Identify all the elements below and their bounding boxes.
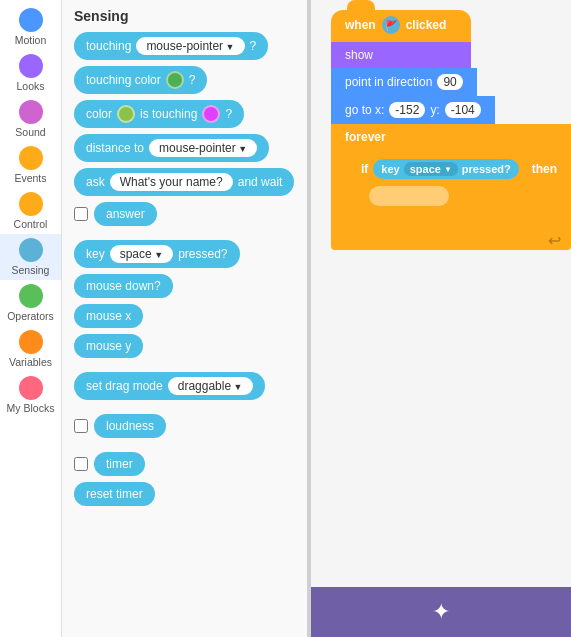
block-touching-color[interactable]: touching color ?	[74, 66, 207, 94]
then-label: then	[532, 162, 557, 176]
condition-key-pressed[interactable]: key space ▼ pressed?	[373, 159, 518, 179]
block-mousey[interactable]: mouse y	[74, 334, 143, 358]
hat-block-container: when 🚩 clicked	[331, 10, 471, 42]
operators-icon	[19, 284, 43, 308]
block-goto-xy[interactable]: go to x: -152 y: -104	[331, 96, 495, 124]
checkbox-loudness-row: loudness	[74, 414, 299, 438]
block-row-distance: distance to mouse-pointer	[74, 134, 299, 162]
block-color-touching[interactable]: color is touching ?	[74, 100, 244, 128]
script-area[interactable]: when 🚩 clicked show point in direction 9…	[311, 0, 571, 637]
block-touching[interactable]: touching mouse-pointer ?	[74, 32, 268, 60]
if-body	[351, 184, 567, 212]
variables-icon	[19, 330, 43, 354]
extension-icon: ✦	[432, 599, 450, 625]
distance-dropdown[interactable]: mouse-pointer	[149, 139, 257, 157]
key-space-dropdown[interactable]: space ▼	[404, 162, 458, 176]
block-mousex[interactable]: mouse x	[74, 304, 143, 328]
control-icon	[19, 192, 43, 216]
if-bottom	[351, 212, 567, 226]
key-dropdown[interactable]: space	[110, 245, 173, 263]
color-dot-green[interactable]	[166, 71, 184, 89]
block-mousedown[interactable]: mouse down?	[74, 274, 173, 298]
if-inner-placeholder	[369, 186, 449, 206]
block-keypressed[interactable]: key space pressed?	[74, 240, 240, 268]
block-row-resettimer: reset timer	[74, 482, 299, 506]
sensing-icon	[19, 238, 43, 262]
block-show[interactable]: show	[331, 42, 471, 68]
block-ask[interactable]: ask What's your name? and wait	[74, 168, 294, 196]
forever-top[interactable]: forever	[331, 124, 571, 150]
looks-icon	[19, 54, 43, 78]
block-answer[interactable]: answer	[94, 202, 157, 226]
sidebar-item-looks[interactable]: Looks	[0, 50, 61, 96]
block-row-color-touching: color is touching ?	[74, 100, 299, 128]
block-point-direction[interactable]: point in direction 90	[331, 68, 477, 96]
block-row-ask: ask What's your name? and wait	[74, 168, 299, 196]
checkbox-answer[interactable]	[74, 207, 88, 221]
checkbox-timer-row: timer	[74, 452, 299, 476]
if-top[interactable]: if key space ▼ pressed?	[351, 154, 567, 184]
block-row-touching: touching mouse-pointer ?	[74, 32, 299, 60]
block-distance[interactable]: distance to mouse-pointer	[74, 134, 269, 162]
block-loudness[interactable]: loudness	[94, 414, 166, 438]
hat-notch	[347, 0, 375, 14]
sidebar-item-sensing[interactable]: Sensing	[0, 234, 61, 280]
sidebar-item-sound[interactable]: Sound	[0, 96, 61, 142]
block-row-touching-color: touching color ?	[74, 66, 299, 94]
main-area: Sensing touching mouse-pointer ? touchin…	[62, 0, 571, 637]
motion-icon	[19, 8, 43, 32]
panel-title: Sensing	[74, 8, 299, 24]
block-timer[interactable]: timer	[94, 452, 145, 476]
block-row-mousedown: mouse down?	[74, 274, 299, 298]
if-block: if key space ▼ pressed?	[351, 154, 567, 226]
color-dot-lime[interactable]	[117, 105, 135, 123]
block-row-mousex: mouse x	[74, 304, 299, 328]
sidebar-item-motion[interactable]: Motion	[0, 4, 61, 50]
checkbox-loudness[interactable]	[74, 419, 88, 433]
events-icon	[19, 146, 43, 170]
ask-input[interactable]: What's your name?	[110, 173, 233, 191]
block-row-keypressed: key space pressed?	[74, 240, 299, 268]
myblocks-icon	[19, 376, 43, 400]
forever-bottom: ↩	[331, 230, 571, 250]
forever-block: forever if key	[331, 124, 571, 250]
script-block-stack: when 🚩 clicked show point in direction 9…	[331, 10, 571, 250]
drag-dropdown[interactable]: draggable	[168, 377, 253, 395]
y-value[interactable]: -104	[445, 102, 481, 118]
sidebar-item-control[interactable]: Control	[0, 188, 61, 234]
block-resettimer[interactable]: reset timer	[74, 482, 155, 506]
sidebar: Motion Looks Sound Events Control Sensin…	[0, 0, 62, 637]
flag-circle: 🚩	[382, 16, 400, 34]
forever-body: if key space ▼ pressed?	[331, 150, 571, 230]
sidebar-item-operators[interactable]: Operators	[0, 280, 61, 326]
block-row-setdrag: set drag mode draggable	[74, 372, 299, 400]
blocks-panel: Sensing touching mouse-pointer ? touchin…	[62, 0, 307, 637]
color-dot-pink[interactable]	[202, 105, 220, 123]
direction-value[interactable]: 90	[437, 74, 462, 90]
extension-bar[interactable]: ✦	[311, 587, 571, 637]
touching-dropdown[interactable]: mouse-pointer	[136, 37, 244, 55]
sidebar-item-myblocks[interactable]: My Blocks	[0, 372, 61, 418]
block-row-mousey: mouse y	[74, 334, 299, 358]
sidebar-item-events[interactable]: Events	[0, 142, 61, 188]
block-setdrag[interactable]: set drag mode draggable	[74, 372, 265, 400]
checkbox-timer[interactable]	[74, 457, 88, 471]
sidebar-item-variables[interactable]: Variables	[0, 326, 61, 372]
script-canvas: when 🚩 clicked show point in direction 9…	[311, 0, 571, 587]
forever-arrow: ↩	[548, 231, 561, 250]
hat-block[interactable]: when 🚩 clicked	[331, 10, 471, 42]
sound-icon	[19, 100, 43, 124]
checkbox-answer-row: answer	[74, 202, 299, 226]
x-value[interactable]: -152	[389, 102, 425, 118]
